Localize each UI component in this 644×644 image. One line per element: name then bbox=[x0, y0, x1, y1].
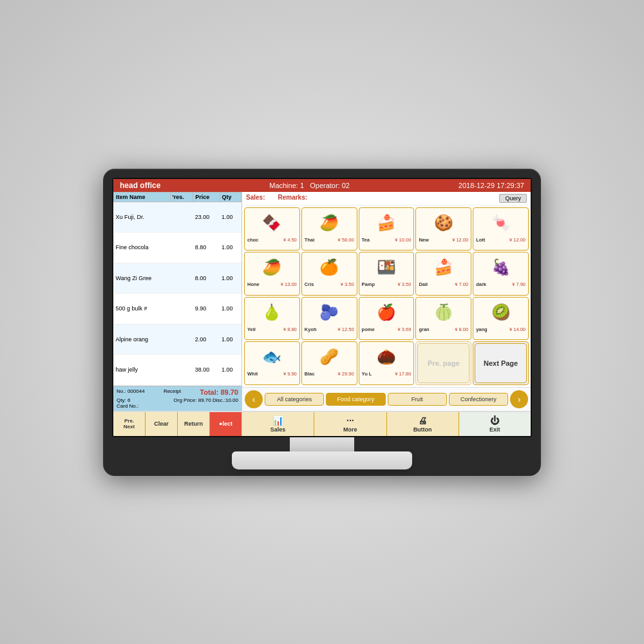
product-image: 🥭 bbox=[303, 209, 355, 236]
product-price: ¥ 13.00 bbox=[281, 281, 297, 287]
product-image: 🫐 bbox=[303, 299, 355, 326]
product-info: dark ¥ 7.90 bbox=[475, 281, 527, 287]
product-name: Thai bbox=[305, 237, 314, 243]
product-item[interactable]: 🍰 Dali ¥ 7.00 bbox=[415, 252, 471, 296]
product-image: 🍰 bbox=[417, 254, 469, 281]
store-title: head office bbox=[120, 181, 160, 190]
product-price: ¥ 8.80 bbox=[283, 327, 297, 332]
product-panel: Sales: Remarks: Query 🍫 choc ¥ 4.50 🥭 Th… bbox=[242, 192, 531, 411]
cat-next-arrow[interactable]: › bbox=[510, 390, 528, 408]
button-button[interactable]: 🖨 Button bbox=[387, 412, 459, 436]
cat-prev-arrow[interactable]: ‹ bbox=[245, 390, 263, 408]
print-icon: 🖨 bbox=[418, 415, 427, 426]
product-item[interactable]: 🌰 Yu L ¥ 17.80 bbox=[359, 341, 415, 385]
cat-food[interactable]: Food category bbox=[326, 393, 385, 406]
product-item[interactable]: Next Page bbox=[473, 341, 529, 385]
sales-header: Sales: Remarks: Query bbox=[242, 192, 531, 205]
product-name: Yu L bbox=[362, 371, 372, 377]
product-price: ¥ 3.50 bbox=[341, 281, 354, 287]
product-price: ¥ 3.69 bbox=[398, 327, 412, 332]
order-row[interactable]: Fine chocola8.801.00 bbox=[114, 232, 242, 263]
product-name: New bbox=[419, 237, 428, 243]
product-name: Blac bbox=[305, 371, 315, 377]
header-bar: head office Machine: 1 Operator: 02 2018… bbox=[113, 179, 531, 192]
product-price: ¥ 4.50 bbox=[283, 237, 297, 243]
product-name: Hone bbox=[247, 281, 260, 287]
product-image: 🐟 bbox=[246, 343, 298, 370]
product-image: 🍬 bbox=[475, 209, 527, 236]
action-bar: Pre. Next Clear Return ●lect 📊 Sales ···… bbox=[113, 411, 531, 436]
product-image: 🍈 bbox=[417, 299, 469, 326]
main-content: Item Name 'res. Price Qty Xu Fuji, Dr.23… bbox=[113, 192, 531, 411]
product-price: ¥ 8.00 bbox=[455, 327, 468, 332]
order-row[interactable]: Alpine orang2.001.00 bbox=[114, 324, 242, 355]
product-item[interactable]: 🍊 Cris ¥ 3.50 bbox=[301, 252, 357, 296]
product-image: 🥭 bbox=[246, 254, 298, 281]
pre-next-button[interactable]: Pre. Next bbox=[113, 412, 146, 436]
product-item[interactable]: 🍬 Lott ¥ 12.00 bbox=[473, 207, 529, 251]
product-info: gran ¥ 8.00 bbox=[417, 327, 469, 332]
prev-page-btn: Pre. page bbox=[417, 343, 469, 383]
product-info: Cris ¥ 3.50 bbox=[303, 281, 355, 287]
product-item[interactable]: 🍐 Yell ¥ 8.80 bbox=[244, 297, 300, 341]
product-item[interactable]: 🥭 Hone ¥ 13.00 bbox=[244, 252, 300, 296]
product-item[interactable]: 🥜 Blac ¥ 29.90 bbox=[301, 341, 357, 385]
product-item[interactable]: 🥝 yang ¥ 14.00 bbox=[473, 297, 529, 341]
product-item[interactable]: 🍎 pome ¥ 3.69 bbox=[359, 297, 415, 341]
monitor: head office Machine: 1 Operator: 02 2018… bbox=[103, 169, 541, 476]
select-button[interactable]: ●lect bbox=[210, 412, 242, 436]
product-item[interactable]: 🍫 choc ¥ 4.50 bbox=[244, 207, 300, 251]
product-price: ¥ 12.00 bbox=[452, 237, 468, 243]
product-price: ¥ 9.90 bbox=[283, 371, 297, 377]
product-name: pome bbox=[362, 327, 375, 332]
right-actions: 📊 Sales ··· More 🖨 Button ⏻ Exit bbox=[242, 412, 531, 436]
product-item[interactable]: 🫐 Kyoh ¥ 12.50 bbox=[301, 297, 357, 341]
product-image: 🍊 bbox=[303, 254, 355, 281]
product-price: ¥ 7.00 bbox=[455, 281, 468, 287]
product-name: Cris bbox=[305, 281, 314, 287]
card-no: Card No.: bbox=[117, 403, 238, 409]
sales-button[interactable]: 📊 Sales bbox=[242, 412, 314, 436]
more-icon: ··· bbox=[346, 415, 354, 426]
exit-button[interactable]: ⏻ Exit bbox=[459, 412, 531, 436]
product-item[interactable]: 🐟 Whit ¥ 9.90 bbox=[244, 341, 300, 385]
query-button[interactable]: Query bbox=[499, 194, 527, 203]
product-price: ¥ 10.00 bbox=[395, 237, 411, 243]
org-price: Org Price: 89.70 Disc.:10.00 bbox=[174, 397, 239, 403]
product-item[interactable]: 🍇 dark ¥ 7.90 bbox=[473, 252, 529, 296]
return-button[interactable]: Return bbox=[178, 412, 210, 436]
clear-button[interactable]: Clear bbox=[146, 412, 178, 436]
product-price: ¥ 14.00 bbox=[509, 327, 526, 332]
product-item[interactable]: 🍱 Pamp ¥ 3.50 bbox=[359, 252, 415, 296]
order-total: Total: 89.70 bbox=[200, 388, 238, 396]
product-item[interactable]: 🥭 Thai ¥ 58.00 bbox=[301, 207, 357, 251]
order-table: Item Name 'res. Price Qty Xu Fuji, Dr.23… bbox=[113, 192, 242, 386]
product-item[interactable]: 🍈 gran ¥ 8.00 bbox=[415, 297, 471, 341]
sales-icon: 📊 bbox=[272, 415, 283, 426]
product-name: Dali bbox=[419, 281, 428, 287]
more-button[interactable]: ··· More bbox=[314, 412, 386, 436]
cat-all[interactable]: All categories bbox=[265, 393, 324, 406]
product-info: Whit ¥ 9.90 bbox=[246, 371, 298, 377]
order-row[interactable]: Wang Zi Gree8.001.00 bbox=[114, 263, 242, 294]
product-name: Yell bbox=[247, 327, 256, 332]
product-item[interactable]: 🍪 New ¥ 12.00 bbox=[415, 207, 471, 251]
order-row[interactable]: 500 g bulk #9.901.00 bbox=[114, 294, 242, 325]
product-name: Lott bbox=[476, 237, 485, 243]
product-image: 🍱 bbox=[361, 254, 413, 281]
order-row[interactable]: Xu Fuji, Dr.23.001.00 bbox=[114, 202, 242, 232]
col-price: Price bbox=[193, 192, 220, 202]
cat-confectionery[interactable]: Confectionery bbox=[449, 393, 508, 406]
product-name: choc bbox=[247, 237, 259, 243]
remarks-label: Remarks: bbox=[278, 194, 307, 203]
product-image: 🍐 bbox=[246, 299, 298, 326]
product-price: ¥ 12.00 bbox=[509, 237, 526, 243]
next-page-btn[interactable]: Next Page bbox=[475, 343, 527, 383]
product-price: ¥ 17.80 bbox=[395, 371, 411, 377]
receipt-label: Receipt bbox=[164, 388, 181, 396]
order-row[interactable]: haw jelly38.001.00 bbox=[114, 355, 242, 386]
screen: head office Machine: 1 Operator: 02 2018… bbox=[112, 178, 532, 437]
product-image: 🌰 bbox=[361, 343, 413, 370]
cat-fruit[interactable]: Fruit bbox=[388, 393, 447, 406]
product-item[interactable]: 🍰 Tea ¥ 10.00 bbox=[359, 207, 415, 251]
